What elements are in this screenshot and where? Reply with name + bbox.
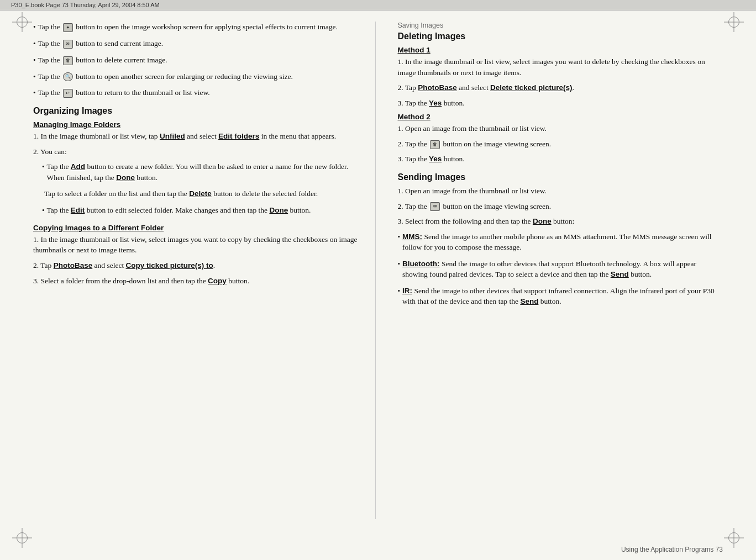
you-can-edit: • Tap the Edit button to edit selected f… xyxy=(42,205,359,216)
send-icon: ✉ xyxy=(63,40,73,49)
managing-item-2: 2. You can: xyxy=(33,146,359,157)
del-m2-item-1: 1. Open an image from the thumbnail or l… xyxy=(398,123,723,134)
yes-label2: Yes xyxy=(429,155,442,163)
add-label: Add xyxy=(71,162,85,171)
zoom-icon: 🔍 xyxy=(63,72,73,81)
bullet-dot: • xyxy=(398,259,401,270)
send-btn-label: Send xyxy=(611,270,629,278)
bullet-dot: • xyxy=(33,39,36,49)
copying-para-2: 2. Tap PhotoBase and select Copy ticked … xyxy=(33,260,359,271)
send-bluetooth-text: Bluetooth: Send the image to other devic… xyxy=(402,258,723,280)
delete-ticked-label: Delete ticked picture(s) xyxy=(490,83,573,92)
send-ir: • IR: Send the image to other devices th… xyxy=(398,286,723,307)
delete-label: Delete xyxy=(189,189,212,198)
managing-item-1: 1. In the image thumbnail or list view, … xyxy=(33,131,359,142)
bullet-dot: • xyxy=(33,22,36,33)
copying-para-1: 1. In the image thumbnail or list view, … xyxy=(33,234,359,256)
managing-para-1: 1. In the image thumbnail or list view, … xyxy=(33,131,359,142)
back-icon: ↩ xyxy=(63,89,73,98)
send-mms: • MMS: Send the image to another mobile … xyxy=(398,231,723,253)
bullet-text-zoom: Tap the 🔍 button to open another screen … xyxy=(38,71,359,82)
right-column: Saving Images Deleting Images Method 1 1… xyxy=(376,22,723,519)
managing-para-2: 2. You can: xyxy=(33,146,359,157)
copying-item-3: 3. Select a folder from the drop-down li… xyxy=(33,276,359,287)
bullet-dot: • xyxy=(42,162,45,172)
bullet-item-back: • Tap the ↩ button to return to the thum… xyxy=(33,87,359,98)
bullet-dot: • xyxy=(33,72,36,82)
page-wrapper: P30_E.book Page 73 Thursday, April 29, 2… xyxy=(0,0,756,560)
bullet-item-send: • Tap the ✉ button to send current image… xyxy=(33,38,359,49)
method1-heading: Method 1 xyxy=(398,46,723,54)
copying-item-2: 2. Tap PhotoBase and select Copy ticked … xyxy=(33,260,359,271)
bullet-item-delete: • Tap the 🗑 button to delete current ima… xyxy=(33,55,359,66)
done-send-label: Done xyxy=(533,217,552,225)
you-can-add: • Tap the Add button to create a new fol… xyxy=(42,161,359,183)
bullet-item-zoom: • Tap the 🔍 button to open another scree… xyxy=(33,71,359,82)
del-m1-para-1: 1. In the image thumbnail or list view, … xyxy=(398,56,723,78)
bullet-dot: • xyxy=(33,55,36,66)
header-bar: P30_E.book Page 73 Thursday, April 29, 2… xyxy=(0,0,756,10)
bluetooth-label: Bluetooth: xyxy=(402,260,439,268)
del-m2-para-1: 1. Open an image from the thumbnail or l… xyxy=(398,123,723,134)
left-column: • Tap the ✦ button to open the image wor… xyxy=(33,22,376,519)
bullet-dot: • xyxy=(398,286,401,297)
bullet-dot: • xyxy=(398,232,401,242)
copying-para-3: 3. Select a folder from the drop-down li… xyxy=(33,276,359,287)
del-m2-para-3: 3. Tap the Yes button. xyxy=(398,154,723,165)
copying-heading: Copying Images to a Different Folder xyxy=(33,224,359,232)
del-m1-para-3: 3. Tap the Yes button. xyxy=(398,98,723,109)
bullet-dot: • xyxy=(33,88,36,98)
send-para-3: 3. Select from the following and then ta… xyxy=(398,216,723,227)
copy-ticked-label: Copy ticked picture(s) to xyxy=(126,261,213,270)
you-can-delete-text: Tap to select a folder on the list and t… xyxy=(44,188,359,199)
copy-label: Copy xyxy=(208,277,227,285)
you-can-add-text: Tap the Add button to create a new folde… xyxy=(47,161,359,183)
del-m1-para-2: 2. Tap PhotoBase and select Delete ticke… xyxy=(398,82,723,93)
you-can-edit-text: Tap the Edit button to edit selected fol… xyxy=(47,205,359,216)
you-can-delete: Tap to select a folder on the list and t… xyxy=(42,188,359,199)
del-m1-item-3: 3. Tap the Yes button. xyxy=(398,98,723,109)
bullet-text-send: Tap the ✉ button to send current image. xyxy=(38,38,359,49)
send-icon-2: ✉ xyxy=(430,202,440,211)
send-btn-label2: Send xyxy=(520,297,538,305)
trash-icon-m2: 🗑 xyxy=(430,140,440,149)
done-label2: Done xyxy=(269,206,288,214)
mms-label: MMS: xyxy=(402,233,422,241)
deleting-heading: Deleting Images xyxy=(398,31,723,41)
del-m2-para-2: 2. Tap the 🗑 button on the image viewing… xyxy=(398,139,723,150)
saving-label: Saving Images xyxy=(398,22,723,29)
bullet-text-workshop: Tap the ✦ button to open the image works… xyxy=(38,22,359,33)
send-para-1: 1. Open an image from the thumbnail or l… xyxy=(398,186,723,197)
send-item-1: 1. Open an image from the thumbnail or l… xyxy=(398,186,723,197)
done-label: Done xyxy=(116,173,135,182)
del-m1-item-2: 2. Tap PhotoBase and select Delete ticke… xyxy=(398,82,723,93)
delete-icon: 🗑 xyxy=(63,56,73,65)
unfiled-label: Unfiled xyxy=(160,132,185,140)
footer-text: Using the Application Programs 73 xyxy=(621,546,723,553)
bullet-text-back: Tap the ↩ button to return to the thumbn… xyxy=(38,87,359,98)
del-m2-item-3: 3. Tap the Yes button. xyxy=(398,154,723,165)
edit-folders-label: Edit folders xyxy=(218,132,259,140)
bullet-item-workshop: • Tap the ✦ button to open the image wor… xyxy=(33,22,359,33)
copying-item-1: 1. In the image thumbnail or list view, … xyxy=(33,234,359,256)
bullet-text-delete: Tap the 🗑 button to delete current image… xyxy=(38,55,359,66)
ir-label: IR: xyxy=(402,287,412,295)
content-area: • Tap the ✦ button to open the image wor… xyxy=(0,10,756,541)
photobase-del-label: PhotoBase xyxy=(418,83,457,92)
sending-heading: Sending Images xyxy=(398,172,723,182)
bullet-dot: • xyxy=(42,205,45,216)
send-mms-text: MMS: Send the image to another mobile ph… xyxy=(402,231,723,253)
send-para-2: 2. Tap the ✉ button on the image viewing… xyxy=(398,201,723,212)
method2-heading: Method 2 xyxy=(398,113,723,121)
managing-heading: Managing Image Folders xyxy=(33,120,359,129)
send-item-2: 2. Tap the ✉ button on the image viewing… xyxy=(398,201,723,212)
photobase-label: PhotoBase xyxy=(54,261,93,270)
organizing-heading: Organizing Images xyxy=(33,106,359,116)
send-ir-text: IR: Send the image to other devices that… xyxy=(402,286,723,307)
send-bluetooth: • Bluetooth: Send the image to other dev… xyxy=(398,258,723,280)
send-item-3: 3. Select from the following and then ta… xyxy=(398,216,723,227)
del-m2-item-2: 2. Tap the 🗑 button on the image viewing… xyxy=(398,139,723,150)
footer: Using the Application Programs 73 xyxy=(0,541,756,560)
header-file-info: P30_E.book Page 73 Thursday, April 29, 2… xyxy=(11,2,160,8)
del-m1-item-1: 1. In the image thumbnail or list view, … xyxy=(398,56,723,78)
